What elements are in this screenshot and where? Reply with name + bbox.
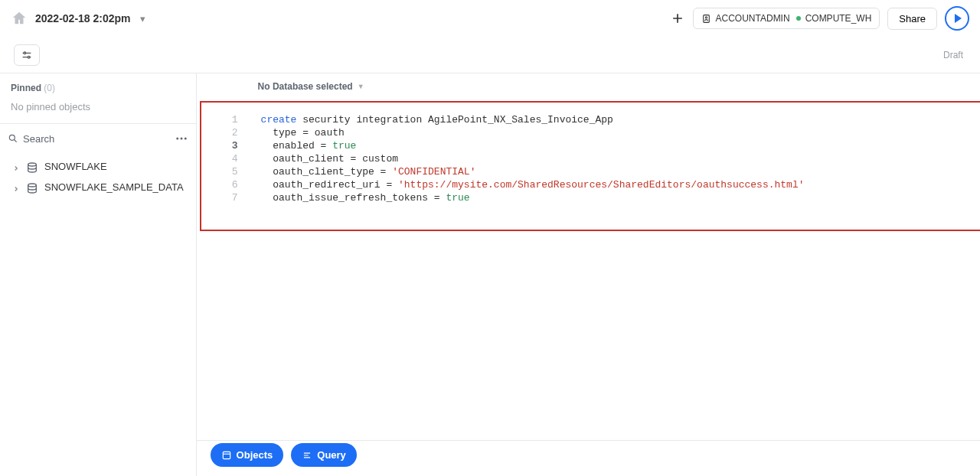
database-icon	[26, 182, 38, 193]
settings-toggle-button[interactable]	[14, 44, 40, 66]
code-text: type = oauth	[250, 126, 345, 139]
search-placeholder: Search	[23, 133, 54, 145]
line-number: 6	[201, 178, 250, 191]
role-label: ACCOUNTADMIN	[716, 13, 790, 24]
tree-item-label: SNOWFLAKE_SAMPLE_DATA	[44, 181, 184, 193]
query-tab-label: Query	[317, 449, 346, 461]
code-text: create security integration AgilePoint_N…	[250, 113, 613, 126]
chevron-down-icon: ▼	[358, 83, 364, 90]
sliders-icon	[21, 49, 33, 61]
top-bar: 2022-02-18 2:02pm ▾ ACCOUNTADMIN COMPUTE…	[0, 0, 980, 37]
object-tree: SNOWFLAKE SNOWFLAKE_SAMPLE_DATA	[0, 153, 196, 201]
line-number: 2	[201, 126, 250, 139]
warehouse-label: COMPUTE_WH	[805, 13, 872, 24]
search-row: Search	[0, 124, 196, 153]
database-icon	[26, 161, 38, 172]
topbar-actions: ACCOUNTADMIN COMPUTE_WH Share	[670, 6, 969, 31]
code-container: 1create security integration AgilePoint_…	[201, 113, 980, 204]
home-icon[interactable]	[11, 10, 28, 27]
search-input[interactable]: Search	[8, 133, 168, 145]
tree-item[interactable]: SNOWFLAKE_SAMPLE_DATA	[5, 177, 191, 197]
chevron-right-icon	[12, 184, 20, 191]
line-number: 5	[201, 165, 250, 178]
svg-point-8	[28, 163, 37, 166]
code-line[interactable]: 3 enabled = true	[201, 139, 980, 152]
sql-editor[interactable]: 1create security integration AgilePoint_…	[200, 101, 980, 231]
code-line[interactable]: 2 type = oauth	[201, 126, 980, 139]
draft-status-label: Draft	[943, 50, 963, 60]
chevron-right-icon	[12, 163, 20, 171]
no-pinned-text: No pinned objects	[0, 98, 196, 124]
query-tab-button[interactable]: Query	[291, 443, 357, 467]
pinned-section-header: Pinned (0)	[0, 73, 196, 98]
share-button[interactable]: Share	[887, 8, 937, 30]
tree-item-label: SNOWFLAKE	[44, 161, 107, 172]
database-context-selector[interactable]: No Database selected ▼	[197, 73, 980, 98]
line-number: 3	[201, 139, 250, 152]
code-text: oauth_client = custom	[250, 152, 398, 165]
play-icon	[955, 14, 962, 23]
svg-point-3	[28, 56, 30, 58]
run-button[interactable]	[945, 6, 969, 31]
objects-tab-label: Objects	[237, 449, 273, 461]
line-number: 4	[201, 152, 250, 165]
pinned-count: (0)	[44, 83, 55, 93]
add-icon[interactable]	[670, 11, 685, 26]
toolbar: Draft	[0, 37, 980, 73]
status-dot-icon	[796, 16, 801, 21]
search-icon	[8, 133, 18, 144]
role-segment: ACCOUNTADMIN	[701, 13, 790, 24]
svg-point-4	[9, 135, 15, 140]
title-group: 2022-02-18 2:02pm ▾	[11, 10, 145, 27]
editor-area: No Database selected ▼ 1create security …	[197, 73, 980, 476]
svg-point-9	[28, 184, 37, 187]
tree-item[interactable]: SNOWFLAKE	[5, 156, 191, 177]
svg-point-2	[24, 52, 26, 54]
svg-point-5	[176, 138, 178, 140]
svg-point-7	[184, 138, 186, 140]
bottom-divider	[197, 440, 980, 441]
worksheet-title[interactable]: 2022-02-18 2:02pm	[35, 12, 131, 24]
code-line[interactable]: 4 oauth_client = custom	[201, 152, 980, 165]
code-line[interactable]: 6 oauth_redirect_uri = 'https://mysite.c…	[201, 178, 980, 191]
code-text: enabled = true	[250, 139, 357, 152]
more-icon[interactable]	[175, 132, 188, 145]
role-warehouse-selector[interactable]: ACCOUNTADMIN COMPUTE_WH	[693, 8, 880, 29]
code-line[interactable]: 7 oauth_issue_refresh_tokens = true	[201, 191, 980, 204]
pinned-label: Pinned	[11, 83, 41, 93]
svg-point-6	[180, 138, 182, 140]
line-number: 7	[201, 191, 250, 204]
code-text: oauth_issue_refresh_tokens = true	[250, 191, 470, 204]
objects-tab-button[interactable]: Objects	[211, 443, 284, 467]
warehouse-segment: COMPUTE_WH	[796, 13, 872, 24]
code-line[interactable]: 5 oauth_client_type = 'CONFIDENTIAL'	[201, 165, 980, 178]
svg-rect-10	[223, 452, 230, 458]
user-role-icon	[701, 14, 711, 24]
main-area: Pinned (0) No pinned objects Search SNOW…	[0, 73, 980, 476]
title-chevron-down-icon[interactable]: ▾	[140, 13, 145, 24]
box-icon	[221, 450, 232, 461]
svg-point-1	[705, 16, 707, 18]
code-text: oauth_redirect_uri = 'https://mysite.com…	[250, 178, 805, 191]
db-selector-label: No Database selected	[258, 81, 353, 92]
line-number: 1	[201, 113, 250, 126]
sidebar: Pinned (0) No pinned objects Search SNOW…	[0, 73, 197, 476]
code-line[interactable]: 1create security integration AgilePoint_…	[201, 113, 980, 126]
list-icon	[302, 450, 312, 461]
bottom-tab-bar: Objects Query	[211, 443, 357, 467]
code-text: oauth_client_type = 'CONFIDENTIAL'	[250, 165, 476, 178]
